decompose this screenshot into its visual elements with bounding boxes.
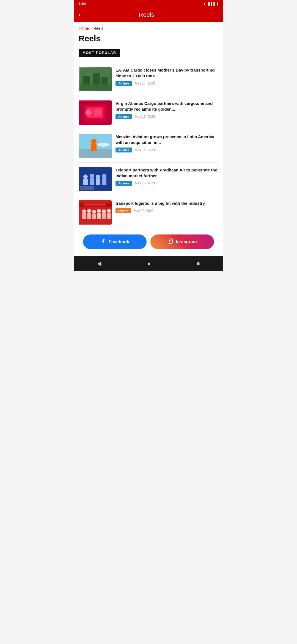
svg-rect-22 — [96, 179, 100, 185]
svg-point-31 — [92, 210, 96, 214]
status-icons: ▾ ▐▐▐ ▮ — [204, 2, 218, 6]
svg-point-23 — [102, 174, 106, 178]
main-content: Home › Reels Reels MOST POPULAR LATAM Ca… — [74, 22, 223, 256]
news-list: LATAM Cargo closes Mother's Day by trans… — [79, 63, 218, 229]
svg-rect-13 — [91, 144, 97, 151]
svg-point-29 — [87, 209, 91, 213]
svg-point-27 — [82, 209, 86, 213]
article-headline: Menzies Aviation grows presence in Latin… — [116, 134, 218, 145]
svg-rect-38 — [107, 213, 111, 219]
section-underline — [79, 57, 218, 57]
svg-rect-4 — [80, 84, 110, 90]
article-tag: Airlines — [116, 81, 132, 86]
nav-home-button[interactable]: ● — [142, 259, 156, 268]
article-headline: transport logistic is a big hit with the… — [116, 200, 218, 206]
list-item[interactable]: LATAM Cargo closes Mother's Day by trans… — [79, 63, 218, 96]
facebook-icon — [100, 238, 106, 245]
article-headline: Virgin Atlantic Cargo partners with carg… — [116, 100, 218, 112]
svg-point-33 — [97, 209, 101, 213]
article-date: May 15, 2023 — [135, 181, 155, 185]
article-date: May 15, 2023 — [135, 148, 155, 152]
nav-back-button[interactable]: ◀ — [92, 259, 107, 268]
svg-rect-28 — [82, 213, 86, 219]
article-date: May 17, 2023 — [135, 115, 155, 119]
svg-rect-18 — [83, 179, 88, 185]
svg-rect-2 — [93, 73, 100, 86]
list-item[interactable]: transport logistic is a big hit with the… — [79, 196, 218, 229]
article-thumbnail — [79, 134, 112, 158]
svg-point-35 — [102, 209, 106, 213]
signal-icon: ▐▐▐ — [207, 2, 215, 6]
battery-icon: ▮ — [216, 2, 218, 6]
svg-point-21 — [96, 175, 100, 179]
status-bar: 1:04 ▾ ▐▐▐ ▮ — [74, 0, 223, 7]
svg-rect-25 — [80, 186, 94, 190]
breadcrumb-current: Reels — [94, 26, 103, 31]
article-thumbnail — [79, 67, 112, 91]
article-meta: Airlines May 17, 2023 — [116, 114, 218, 119]
svg-point-8 — [85, 109, 92, 116]
svg-point-12 — [91, 139, 97, 144]
article-tag: Airlines — [116, 148, 132, 152]
facebook-label: Facebook — [109, 239, 129, 244]
nav-bar: ◀ ● ■ — [74, 256, 223, 271]
breadcrumb: Home › Reels — [79, 22, 218, 32]
svg-rect-20 — [90, 178, 94, 185]
instagram-icon — [167, 238, 173, 245]
article-date: May 17, 2023 — [135, 81, 155, 85]
article-headline: LATAM Cargo closes Mother's Day by trans… — [116, 67, 218, 79]
svg-rect-24 — [102, 178, 106, 185]
svg-rect-32 — [92, 214, 96, 219]
article-headline: Teleport partners with Pradhaan Air to p… — [116, 167, 218, 179]
svg-rect-30 — [87, 213, 91, 219]
article-tag: Events — [116, 208, 131, 213]
instagram-label: Instagram — [176, 239, 197, 244]
facebook-button[interactable]: Facebook — [83, 234, 147, 249]
breadcrumb-chevron: › — [90, 26, 92, 31]
article-info: Virgin Atlantic Cargo partners with carg… — [116, 100, 218, 125]
breadcrumb-home[interactable]: Home — [79, 26, 89, 31]
nav-recent-button[interactable]: ■ — [191, 259, 205, 268]
app-bar: ‹ Reels — [74, 7, 223, 22]
article-date: May 12, 2023 — [134, 209, 154, 213]
article-meta: Events May 12, 2023 — [116, 208, 218, 213]
article-info: Teleport partners with Pradhaan Air to p… — [116, 167, 218, 191]
page-title: Reels — [79, 32, 218, 49]
article-info: Menzies Aviation grows presence in Latin… — [116, 134, 218, 158]
article-tag: Airlines — [116, 114, 132, 119]
social-buttons-bar: Facebook Instagram — [79, 229, 218, 256]
article-thumbnail — [79, 100, 112, 125]
app-bar-title: Reels — [84, 11, 209, 18]
svg-point-17 — [83, 174, 88, 179]
article-thumbnail — [79, 167, 112, 191]
back-button[interactable]: ‹ — [79, 11, 81, 18]
list-item[interactable]: Menzies Aviation grows presence in Latin… — [79, 129, 218, 163]
article-thumbnail — [79, 200, 112, 225]
section-label-wrapper: MOST POPULAR — [79, 49, 218, 57]
article-tag: Airlines — [116, 181, 132, 186]
svg-rect-9 — [94, 109, 101, 116]
svg-rect-40 — [84, 203, 106, 206]
article-meta: Airlines May 15, 2023 — [116, 148, 218, 152]
article-info: transport logistic is a big hit with the… — [116, 200, 218, 225]
svg-point-37 — [107, 209, 111, 213]
wifi-icon: ▾ — [204, 2, 205, 6]
svg-rect-41 — [168, 239, 173, 244]
article-meta: Airlines May 15, 2023 — [116, 181, 218, 186]
svg-rect-34 — [97, 213, 101, 219]
instagram-button[interactable]: Instagram — [150, 234, 214, 249]
list-item[interactable]: Virgin Atlantic Cargo partners with carg… — [79, 96, 218, 129]
status-time: 1:04 — [79, 2, 86, 6]
svg-rect-3 — [101, 77, 108, 86]
svg-point-19 — [90, 174, 94, 178]
article-info: LATAM Cargo closes Mother's Day by trans… — [116, 67, 218, 91]
list-item[interactable]: Teleport partners with Pradhaan Air to p… — [79, 163, 218, 196]
section-label: MOST POPULAR — [79, 49, 120, 57]
svg-rect-36 — [102, 213, 106, 219]
article-meta: Airlines May 17, 2023 — [116, 81, 218, 86]
svg-rect-1 — [83, 76, 90, 86]
